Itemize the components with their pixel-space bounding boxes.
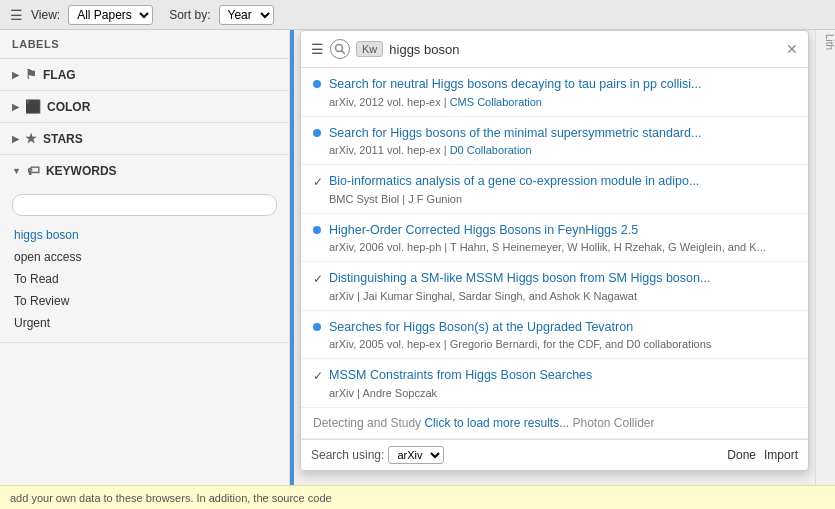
result-content-7: MSSM Constraints from Higgs Boson Search… [329,367,796,399]
result-dot-6 [313,323,321,331]
keywords-icon: 🏷 [27,163,40,178]
sidebar-section-flag-header[interactable]: ▶ ⚑ FLAG [0,59,289,90]
result-dot-2 [313,129,321,137]
sidebar-section-color: ▶ ⬛ COLOR [0,91,289,123]
keyword-item-higgs-boson[interactable]: higgs boson [12,224,277,246]
flag-triangle-icon: ▶ [12,70,19,80]
result-item-2[interactable]: Search for Higgs bosons of the minimal s… [301,117,808,166]
result-content-6: Searches for Higgs Boson(s) at the Upgra… [329,319,796,351]
result-check-5: ✓ [313,272,321,286]
result-dot-4 [313,226,321,234]
stars-label: STARS [43,132,83,146]
bottom-bar: add your own data to these browsers. In … [0,485,835,509]
sidebar-section-stars: ▶ ★ STARS [0,123,289,155]
result-content-1: Search for neutral Higgs bosons decaying… [329,76,796,108]
color-triangle-icon: ▶ [12,102,19,112]
search-overlay: ☰ Kw ✕ Search for neutral Higgs bosons d… [300,30,809,471]
sortby-select[interactable]: Year [219,5,274,25]
load-more-suffix: Photon Collider [572,416,654,430]
done-button[interactable]: Done [727,448,756,462]
load-more-link[interactable]: Click to load more results... [424,416,569,430]
keywords-triangle-icon: ▼ [12,166,21,176]
result-item-5[interactable]: ✓ Distinguishing a SM-like MSSM Higgs bo… [301,262,808,311]
bottom-bar-text: add your own data to these browsers. In … [10,492,332,504]
result-item-7[interactable]: ✓ MSSM Constraints from Higgs Boson Sear… [301,359,808,408]
search-actions: Done Import [727,448,798,462]
kw-badge: Kw [356,41,383,57]
sidebar-section-keywords: ▼ 🏷 KEYWORDS higgs boson open access To … [0,155,289,343]
results-list: Search for neutral Higgs bosons decaying… [301,68,808,439]
search-source-select[interactable]: arXiv [388,446,444,464]
result-title-3[interactable]: Bio-informatics analysis of a gene co-ex… [329,173,796,191]
keywords-search-input[interactable] [12,194,277,216]
search-using: Search using: arXiv [311,446,444,464]
result-meta-7: arXiv | Andre Sopczak [329,387,796,399]
search-icon [330,39,350,59]
result-content-5: Distinguishing a SM-like MSSM Higgs boso… [329,270,796,302]
result-item-6[interactable]: Searches for Higgs Boson(s) at the Upgra… [301,311,808,360]
search-using-label: Search using: [311,448,384,462]
result-check-7: ✓ [313,369,321,383]
result-item-4[interactable]: Higher-Order Corrected Higgs Bosons in F… [301,214,808,263]
color-icon: ⬛ [25,99,41,114]
view-select[interactable]: All Papers [68,5,153,25]
main-layout: Labels ▶ ⚑ FLAG ▶ ⬛ COLOR ▶ ★ STARS [0,30,835,485]
import-button[interactable]: Import [764,448,798,462]
result-title-7[interactable]: MSSM Constraints from Higgs Boson Search… [329,367,796,385]
search-bar: ☰ Kw ✕ [301,31,808,68]
flag-label: FLAG [43,68,76,82]
color-label: COLOR [47,100,90,114]
right-panel: Lith [815,30,835,485]
result-meta-6: arXiv, 2005 vol. hep-ex | Gregorio Berna… [329,338,796,350]
keyword-item-to-review[interactable]: To Review [12,290,277,312]
toolbar-menu-icon[interactable]: ☰ [10,7,23,23]
load-more-row: Detecting and Study Click to load more r… [301,408,808,439]
result-title-1[interactable]: Search for neutral Higgs bosons decaying… [329,76,796,94]
keyword-item-open-access[interactable]: open access [12,246,277,268]
result-meta-4: arXiv, 2006 vol. hep-ph | T Hahn, S Hein… [329,241,796,253]
result-dot-1 [313,80,321,88]
content-area: ☰ Kw ✕ Search for neutral Higgs bosons d… [294,30,815,485]
search-input[interactable] [389,42,780,57]
view-label: View: [31,8,60,22]
result-collab-2: D0 Collaboration [450,144,532,156]
sortby-label: Sort by: [169,8,210,22]
keywords-content: higgs boson open access To Read To Revie… [0,186,289,342]
sidebar-section-keywords-header[interactable]: ▼ 🏷 KEYWORDS [0,155,289,186]
search-bottom-bar: Search using: arXiv Done Import [301,439,808,470]
keyword-item-urgent[interactable]: Urgent [12,312,277,334]
result-title-5[interactable]: Distinguishing a SM-like MSSM Higgs boso… [329,270,796,288]
load-more-prefix: Detecting and Study [313,416,421,430]
svg-point-0 [336,45,343,52]
result-meta-3: BMC Syst Biol | J F Gunion [329,193,796,205]
keyword-item-to-read[interactable]: To Read [12,268,277,290]
main-toolbar: ☰ View: All Papers Sort by: Year [0,0,835,30]
search-menu-icon[interactable]: ☰ [311,41,324,57]
result-content-2: Search for Higgs bosons of the minimal s… [329,125,796,157]
result-collab-1: CMS Collaboration [450,96,542,108]
sidebar-section-color-header[interactable]: ▶ ⬛ COLOR [0,91,289,122]
result-content-3: Bio-informatics analysis of a gene co-ex… [329,173,796,205]
search-clear-icon[interactable]: ✕ [786,41,798,57]
stars-icon: ★ [25,131,37,146]
flag-icon: ⚑ [25,67,37,82]
result-title-4[interactable]: Higher-Order Corrected Higgs Bosons in F… [329,222,796,240]
svg-line-1 [342,51,346,55]
keywords-label: KEYWORDS [46,164,117,178]
sidebar: Labels ▶ ⚑ FLAG ▶ ⬛ COLOR ▶ ★ STARS [0,30,290,485]
sidebar-header: Labels [0,30,289,59]
sidebar-section-flag: ▶ ⚑ FLAG [0,59,289,91]
toolbar-left: ☰ View: All Papers Sort by: Year [10,5,274,25]
result-item-1[interactable]: Search for neutral Higgs bosons decaying… [301,68,808,117]
result-item-3[interactable]: ✓ Bio-informatics analysis of a gene co-… [301,165,808,214]
sidebar-section-stars-header[interactable]: ▶ ★ STARS [0,123,289,154]
result-check-3: ✓ [313,175,321,189]
result-content-4: Higher-Order Corrected Higgs Bosons in F… [329,222,796,254]
right-panel-text: Lith [816,30,835,50]
result-title-2[interactable]: Search for Higgs bosons of the minimal s… [329,125,796,143]
result-meta-2: arXiv, 2011 vol. hep-ex | D0 Collaborati… [329,144,796,156]
result-meta-1: arXiv, 2012 vol. hep-ex | CMS Collaborat… [329,96,796,108]
stars-triangle-icon: ▶ [12,134,19,144]
result-meta-5: arXiv | Jai Kumar Singhal, Sardar Singh,… [329,290,796,302]
result-title-6[interactable]: Searches for Higgs Boson(s) at the Upgra… [329,319,796,337]
